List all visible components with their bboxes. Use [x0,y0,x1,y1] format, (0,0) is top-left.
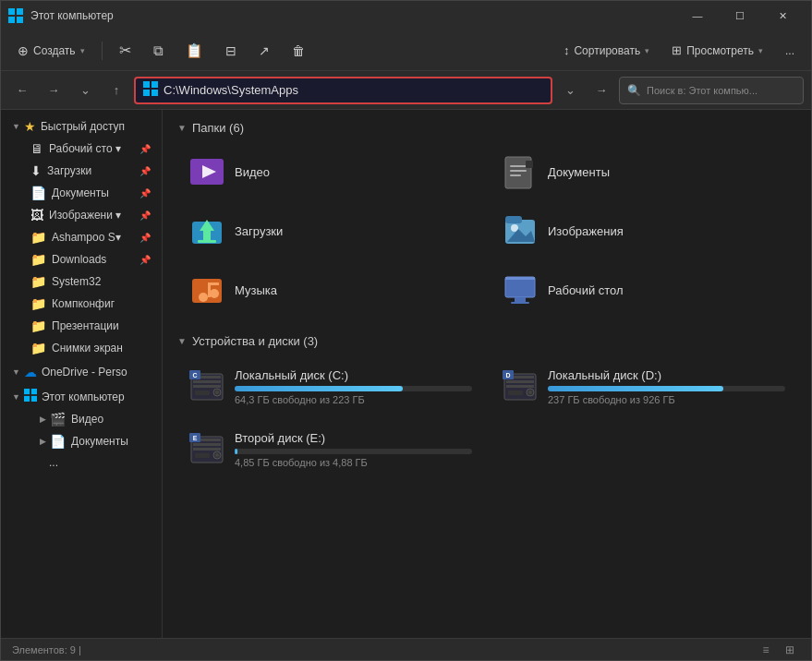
folder-icon-desktop [502,271,539,308]
more-button[interactable]: ... [776,41,804,61]
grid-view-button[interactable]: ⊞ [780,642,800,658]
documents-pc-icon: 📄 [50,434,66,449]
folder-icon-downloads [188,212,225,249]
svg-rect-19 [526,161,533,168]
address-dropdown-button[interactable]: ⌄ [556,77,584,104]
cut-button[interactable]: ✂ [110,38,140,63]
quick-access-header[interactable]: ▼ ★ Быстрый доступ [5,115,158,138]
this-pc-section: ▼ Этот компьютер ▶ 🎬 Видео [1,385,162,473]
sidebar-item-ashampoo[interactable]: 📁 Ashampoo S▾ 📌 [5,226,158,248]
svg-rect-59 [193,448,221,451]
folder-icon-documents [502,153,539,190]
svg-rect-44 [195,391,210,395]
sidebar-item-images[interactable]: 🖼 Изображени ▾ 📌 [5,204,158,226]
folder-item-desktop[interactable]: Рабочий стол [491,264,796,316]
pin-icon-desktop: 📌 [139,144,151,154]
e-drive-bar-container [235,449,472,454]
sidebar-item-video-pc[interactable]: ▶ 🎬 Видео [5,408,158,430]
statusbar-views: ≡ ⊞ [756,642,800,658]
maximize-button[interactable]: ☐ [719,1,761,30]
svg-rect-9 [31,389,37,394]
sidebar-item-more[interactable]: ... [5,452,158,473]
folder-item-music[interactable]: Музыка [177,264,483,316]
svg-rect-37 [511,302,529,304]
downloads-en-folder-icon: 📁 [30,252,46,267]
onedrive-header[interactable]: ▼ ☁ OneDrive - Perso [5,361,158,383]
sidebar-item-presentations[interactable]: 📁 Презентации [5,315,158,337]
back-button[interactable]: ← [8,77,36,104]
pc-icon [143,81,158,99]
svg-rect-25 [505,216,522,223]
docs-expand-icon: ▶ [40,437,46,446]
svg-rect-53 [508,391,523,395]
pin-icon-downloads: 📌 [139,166,151,176]
go-button[interactable]: → [588,77,615,104]
share-button[interactable]: ↗ [249,40,279,62]
statusbar-text: Элементов: 9 | [12,644,756,655]
list-view-button[interactable]: ≡ [756,642,776,658]
screenshots-folder-icon: 📁 [30,341,46,355]
sidebar-item-downloads-en[interactable]: 📁 Downloads 📌 [5,248,158,270]
this-pc-icon [24,389,37,404]
star-icon: ★ [24,119,36,134]
close-button[interactable]: ✕ [761,1,804,30]
device-item-e[interactable]: E Второй диск (E:) 4,85 ГБ свободно из 4… [177,422,483,477]
svg-rect-23 [198,240,216,243]
view-button[interactable]: ⊞ Просмотреть ▾ [662,40,772,61]
address-bar-input[interactable]: C:\Windows\SystemApps [134,77,552,104]
minimize-button[interactable]: — [676,1,719,30]
folder-item-video[interactable]: Видео [177,146,483,198]
paste-button[interactable]: 📋 [176,39,212,63]
sidebar-item-system32[interactable]: 📁 System32 [5,270,158,293]
svg-rect-40 [193,380,221,383]
this-pc-expand-icon: ▼ [12,392,20,402]
folder-item-documents[interactable]: Документы [491,146,796,198]
titlebar-controls: — ☐ ✕ [676,1,804,30]
window-icon [8,8,23,23]
this-pc-header[interactable]: ▼ Этот компьютер [5,385,158,408]
d-drive-bar-container [548,386,785,391]
history-dropdown-button[interactable]: ⌄ [71,77,99,104]
pin-icon-images: 📌 [139,210,151,221]
folder-item-images[interactable]: Изображения [491,205,796,257]
copy-button[interactable]: ⧉ [144,39,173,63]
share-icon: ↗ [259,43,270,58]
d-drive-bar [548,386,723,391]
sidebar-item-documents[interactable]: 📄 Документы 📌 [5,182,158,204]
sidebar-item-screenshots[interactable]: 📁 Снимки экран [5,337,158,359]
folder-item-downloads[interactable]: Загрузки [177,205,483,257]
create-button[interactable]: ⊕ Создать ▾ [8,40,94,62]
forward-button[interactable]: → [40,77,67,104]
folder-icon-video [188,153,225,190]
svg-text:C: C [192,372,197,379]
device-item-c[interactable]: C Локальный диск (C:) 64,3 ГБ свободно и… [177,359,483,415]
window-title: Этот компьютер [30,9,676,22]
svg-rect-1 [17,8,23,15]
svg-rect-50 [506,385,534,388]
presentations-folder-icon: 📁 [30,318,46,333]
sidebar-item-documents-pc[interactable]: ▶ 📄 Документы [5,430,158,452]
images-folder-icon: 🖼 [30,208,43,222]
sort-button[interactable]: ↕ Сортировать ▾ [554,40,659,61]
system32-folder-icon: 📁 [30,274,46,289]
sidebar-item-downloads[interactable]: ⬇ Загрузки 📌 [5,160,158,182]
svg-rect-2 [8,17,15,23]
pin-icon-ashampoo: 📌 [139,233,151,243]
video-pc-icon: 🎬 [50,412,66,427]
up-button[interactable]: ↑ [103,77,130,104]
device-item-d[interactable]: D Локальный диск (D:) 237 ГБ свободно из… [491,359,796,415]
svg-rect-41 [193,385,221,388]
rename-button[interactable]: ⊟ [216,40,246,62]
onedrive-section: ▼ ☁ OneDrive - Perso [1,361,162,383]
delete-icon: 🗑 [292,43,305,58]
sidebar-item-kompkonfig[interactable]: 📁 Компконфиг [5,293,158,315]
search-box[interactable]: 🔍 Поиск в: Этот компью... [619,77,804,104]
folders-section-header[interactable]: ▼ Папки (6) [177,121,796,135]
copy-icon: ⧉ [153,42,164,59]
sidebar-item-desktop[interactable]: 🖥 Рабочий сто ▾ 📌 [5,138,158,160]
quick-access-expand-icon: ▼ [12,122,20,131]
statusbar: Элементов: 9 | ≡ ⊞ [1,638,811,660]
delete-button[interactable]: 🗑 [283,40,314,62]
quick-access-section: ▼ ★ Быстрый доступ 🖥 Рабочий сто ▾ 📌 ⬇ З… [1,115,162,359]
devices-section-header[interactable]: ▼ Устройства и диски (3) [177,334,796,348]
